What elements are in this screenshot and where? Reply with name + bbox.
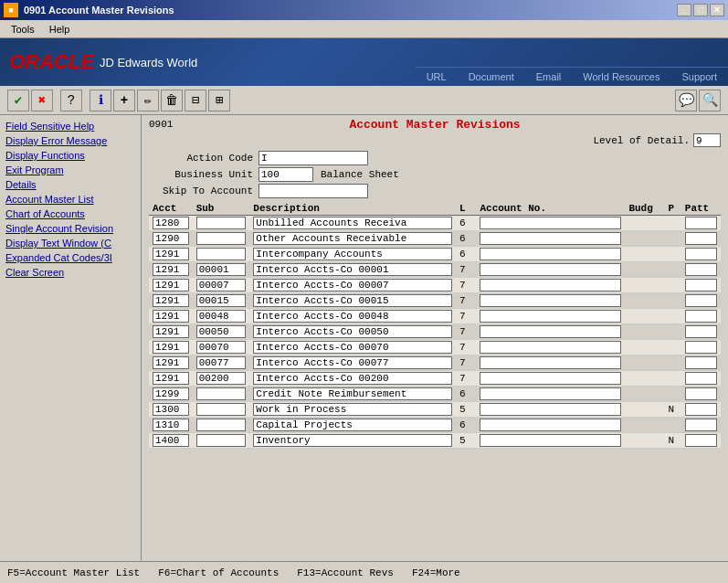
sub-input[interactable] [196, 372, 247, 385]
help-button[interactable]: ? [60, 90, 82, 111]
table-row[interactable]: 7 [149, 262, 721, 278]
sidebar-account-master-list[interactable]: Account Master List [2, 192, 139, 207]
f24-label[interactable]: F24=More [412, 567, 460, 578]
patt-input[interactable] [685, 387, 717, 400]
acct-input[interactable] [153, 294, 189, 307]
account-no-input[interactable] [480, 403, 621, 416]
account-no-input[interactable] [480, 341, 621, 354]
table-row[interactable]: 7 [149, 324, 721, 340]
info-button[interactable]: ℹ [90, 90, 111, 111]
description-input[interactable] [253, 310, 452, 323]
skip-to-account-input[interactable] [258, 184, 368, 198]
patt-input[interactable] [685, 294, 717, 307]
acct-input[interactable] [153, 248, 189, 260]
acct-input[interactable] [153, 356, 189, 369]
acct-input[interactable] [153, 279, 189, 292]
table-row[interactable]: 5N [149, 402, 721, 418]
minimize-button[interactable]: _ [677, 4, 691, 16]
chat-button[interactable]: 💬 [675, 90, 697, 111]
cancel-button[interactable]: ✖ [31, 90, 53, 111]
table-row[interactable]: 7 [149, 355, 721, 371]
description-input[interactable] [253, 356, 452, 369]
sub-input[interactable] [196, 232, 247, 245]
acct-input[interactable] [153, 341, 189, 354]
description-input[interactable] [253, 263, 452, 276]
table-row[interactable]: 7 [149, 371, 721, 387]
acct-input[interactable] [153, 325, 189, 338]
search-button[interactable]: 🔍 [699, 90, 721, 111]
patt-input[interactable] [685, 325, 717, 338]
description-input[interactable] [253, 325, 452, 338]
menu-help[interactable]: Help [42, 22, 78, 37]
description-input[interactable] [253, 434, 452, 447]
f6-label[interactable]: F6=Chart of Accounts [158, 567, 279, 578]
account-no-input[interactable] [480, 372, 621, 385]
table-row[interactable]: 5N [149, 433, 721, 449]
nav-world-resources[interactable]: World Resources [572, 67, 670, 86]
patt-input[interactable] [685, 341, 717, 354]
account-no-input[interactable] [480, 356, 621, 369]
account-no-input[interactable] [480, 419, 621, 431]
sidebar-display-text-window[interactable]: Display Text Window (C [2, 236, 139, 250]
sub-input[interactable] [196, 387, 247, 400]
table-row[interactable]: 7 [149, 309, 721, 324]
patt-input[interactable] [685, 232, 717, 245]
acct-input[interactable] [153, 232, 189, 245]
sub-input[interactable] [196, 263, 247, 276]
sub-input[interactable] [196, 217, 247, 229]
acct-input[interactable] [153, 434, 189, 447]
f5-label[interactable]: F5=Account Master List [7, 567, 140, 578]
acct-input[interactable] [153, 419, 189, 431]
patt-input[interactable] [685, 263, 717, 276]
patt-input[interactable] [685, 403, 717, 416]
sidebar-display-functions[interactable]: Display Functions [2, 148, 139, 163]
nav-email[interactable]: Email [525, 67, 573, 86]
patt-input[interactable] [685, 434, 717, 447]
level-of-detail-input[interactable] [693, 133, 721, 147]
table-row[interactable]: 6 [149, 216, 721, 231]
table-row[interactable]: 7 [149, 340, 721, 355]
sidebar-single-account-revision[interactable]: Single Account Revision [2, 221, 139, 236]
nav-url[interactable]: URL [416, 67, 458, 86]
sub-input[interactable] [196, 341, 247, 354]
sidebar-clear-screen[interactable]: Clear Screen [2, 265, 139, 280]
acct-input[interactable] [153, 403, 189, 416]
sub-input[interactable] [196, 310, 247, 323]
sub-input[interactable] [196, 434, 247, 447]
f13-label[interactable]: F13=Account Revs [297, 567, 394, 578]
maximize-button[interactable]: □ [693, 4, 708, 16]
account-no-input[interactable] [480, 248, 621, 260]
patt-input[interactable] [685, 310, 717, 323]
account-no-input[interactable] [480, 217, 621, 229]
description-input[interactable] [253, 294, 452, 307]
delete-button[interactable]: 🗑 [161, 90, 183, 111]
description-input[interactable] [253, 372, 452, 385]
sub-input[interactable] [196, 294, 247, 307]
patt-input[interactable] [685, 356, 717, 369]
sub-input[interactable] [196, 356, 247, 369]
description-input[interactable] [253, 419, 452, 431]
check-button[interactable]: ✔ [7, 90, 29, 111]
description-input[interactable] [253, 232, 452, 245]
account-no-input[interactable] [480, 387, 621, 400]
action-code-input[interactable] [258, 151, 368, 165]
patt-input[interactable] [685, 279, 717, 292]
patt-input[interactable] [685, 419, 717, 431]
window-controls[interactable]: _ □ ✕ [677, 4, 724, 16]
account-no-input[interactable] [480, 232, 621, 245]
account-no-input[interactable] [480, 294, 621, 307]
patt-input[interactable] [685, 248, 717, 260]
table-row[interactable]: 6 [149, 231, 721, 247]
acct-input[interactable] [153, 387, 189, 400]
close-button[interactable]: ✕ [710, 4, 724, 16]
copy-button[interactable]: ⊟ [185, 90, 206, 111]
acct-input[interactable] [153, 217, 189, 229]
edit-button[interactable]: ✏ [137, 90, 159, 111]
account-no-input[interactable] [480, 263, 621, 276]
account-no-input[interactable] [480, 434, 621, 447]
acct-input[interactable] [153, 310, 189, 323]
description-input[interactable] [253, 248, 452, 260]
sub-input[interactable] [196, 248, 247, 260]
account-no-input[interactable] [480, 310, 621, 323]
table-row[interactable]: 7 [149, 278, 721, 293]
